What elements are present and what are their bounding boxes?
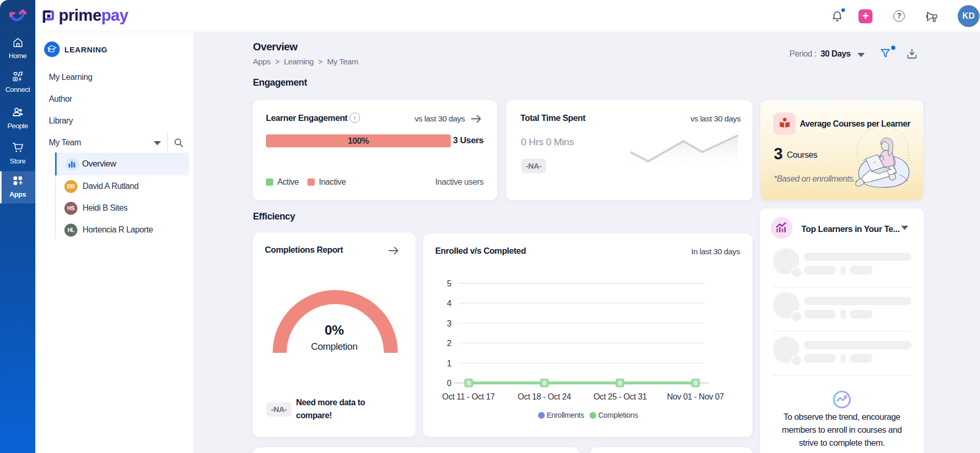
svg-text:0: 0	[694, 380, 697, 386]
svg-text:Oct 11 - Oct 17: Oct 11 - Oct 17	[442, 392, 495, 400]
svg-text:1: 1	[447, 359, 452, 368]
svg-text:0: 0	[447, 379, 452, 388]
svg-text:Oct 25 - Oct 31: Oct 25 - Oct 31	[594, 392, 647, 400]
svg-text:4: 4	[447, 299, 452, 308]
svg-text:2: 2	[447, 339, 452, 348]
svg-text:0: 0	[619, 380, 622, 386]
svg-text:0: 0	[467, 380, 471, 386]
svg-text:0: 0	[543, 380, 546, 386]
svg-text:5: 5	[447, 279, 452, 288]
svg-text:3: 3	[447, 319, 452, 328]
svg-text:Oct 18 - Oct 24: Oct 18 - Oct 24	[518, 392, 571, 400]
svg-text:Nov 01 - Nov 07: Nov 01 - Nov 07	[667, 392, 724, 400]
